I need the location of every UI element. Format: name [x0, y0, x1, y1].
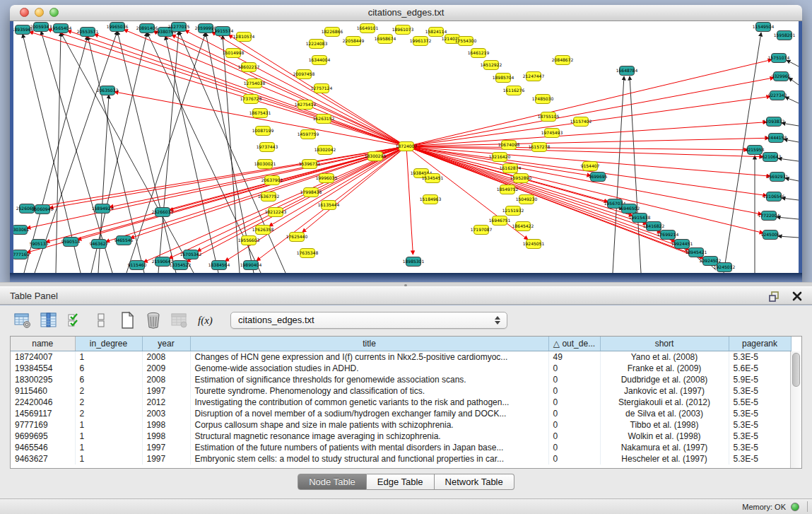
table-row[interactable]: 946554611997Estimation of the future num…	[11, 442, 791, 453]
graph-edge[interactable]	[787, 60, 799, 66]
table-scrollbar[interactable]	[790, 351, 801, 468]
table-cell[interactable]: 1997	[142, 442, 190, 453]
table-cell[interactable]: 0	[548, 374, 600, 385]
graph-node[interactable]: 21277015	[168, 23, 190, 32]
table-settings-button[interactable]	[13, 310, 33, 331]
graph-node[interactable]: 16705342	[180, 250, 202, 259]
graph-node[interactable]: 15952890	[510, 174, 532, 183]
table-cell[interactable]: 49	[548, 351, 600, 363]
table-cell[interactable]: 9463627	[11, 453, 75, 465]
graph-node[interactable]: 18300295	[365, 152, 387, 161]
graph-node[interactable]: 18985704	[493, 74, 514, 83]
table-cell[interactable]: 2008	[142, 374, 190, 385]
graph-node[interactable]: 19915438	[629, 214, 651, 223]
graph-node[interactable]: 16116276	[503, 86, 525, 95]
graph-node[interactable]: 12810574	[233, 33, 255, 42]
table-cell[interactable]: Yano et al. (2008)	[600, 351, 729, 363]
graph-node[interactable]: 19996035	[316, 174, 338, 183]
graph-node[interactable]: 19915574	[212, 27, 234, 36]
table-cell[interactable]: Structural magnetic resonance image aver…	[190, 431, 548, 442]
table-row[interactable]: 1830029562008Estimation of significance …	[11, 374, 791, 385]
graph-node[interactable]: 5905133	[30, 240, 49, 249]
minimize-window-button[interactable]	[35, 8, 44, 17]
close-panel-button[interactable]	[791, 290, 804, 303]
table-cell[interactable]: 1997	[142, 385, 190, 397]
table-cell[interactable]: 0	[548, 363, 600, 374]
table-cell[interactable]: Investigating the contribution of common…	[190, 397, 548, 408]
table-cell[interactable]: 0	[548, 453, 600, 465]
graph-node[interactable]: 19924451	[671, 240, 693, 249]
graph-node[interactable]: 9463627	[90, 240, 109, 249]
graph-node[interactable]: 11549504	[753, 23, 775, 32]
graph-edge[interactable]	[67, 30, 406, 146]
graph-node[interactable]: 18549752	[497, 185, 519, 194]
show-columns-button[interactable]	[39, 310, 59, 331]
table-cell[interactable]: 2012	[142, 397, 190, 408]
table-cell[interactable]: Disruption of a novel member of a sodium…	[190, 408, 548, 419]
column-header-short[interactable]: short	[600, 337, 729, 351]
table-scrollbar-thumb[interactable]	[792, 353, 800, 387]
graph-node[interactable]: 18226866	[322, 28, 343, 37]
table-cell[interactable]: 0	[548, 385, 600, 397]
table-cell[interactable]: 1997	[142, 453, 190, 465]
graph-edge[interactable]	[406, 146, 690, 250]
graph-edge[interactable]	[153, 31, 406, 146]
graph-node[interactable]: 19245012	[714, 263, 736, 272]
tab-node-table[interactable]: Node Table	[298, 474, 367, 490]
graph-node[interactable]: 20848672	[552, 56, 574, 65]
graph-node[interactable]: 20059347	[30, 23, 52, 32]
table-cell[interactable]: 0	[548, 397, 600, 408]
graph-node[interactable]: 12757124	[311, 84, 333, 93]
graph-node[interactable]: 15894924	[92, 204, 114, 214]
graph-edge[interactable]	[406, 146, 661, 233]
table-cell[interactable]: 0	[548, 442, 600, 453]
graph-node[interactable]: 16210643	[760, 153, 782, 162]
table-cell[interactable]: 9699695	[11, 431, 75, 442]
graph-edge[interactable]	[789, 78, 799, 85]
graph-node[interactable]: 15824114	[425, 28, 447, 37]
table-cell[interactable]: 9465546	[11, 442, 75, 453]
table-cell[interactable]: 0	[548, 431, 600, 442]
graph-edge[interactable]	[406, 146, 763, 233]
graph-node[interactable]: 18416822	[643, 222, 665, 231]
table-row[interactable]: 977716911998Corpus callosum shape and si…	[11, 419, 791, 431]
table-cell[interactable]: 6	[75, 363, 142, 374]
graph-node[interactable]: 18755105	[538, 112, 560, 122]
graph-node[interactable]: 12151932	[502, 206, 524, 216]
graph-node[interactable]: 9245006	[761, 230, 780, 240]
graph-node[interactable]: 18602217	[238, 63, 260, 72]
table-cell[interactable]: 1	[75, 419, 142, 431]
table-cell[interactable]: 2	[75, 397, 142, 408]
table-cell[interactable]: 9777169	[11, 419, 75, 431]
graph-node[interactable]: 17626358	[252, 226, 274, 235]
graph-node[interactable]: 19245051	[523, 240, 545, 249]
graph-node[interactable]: 17197087	[471, 226, 493, 235]
graph-node[interactable]: 15751074	[768, 54, 790, 63]
tab-edge-table[interactable]: Edge Table	[367, 474, 435, 490]
table-cell[interactable]: 1	[75, 431, 142, 442]
table-row[interactable]: 911546021997Tourette syndrome. Phenomeno…	[11, 385, 791, 397]
graph-edge[interactable]	[406, 138, 769, 146]
select-all-columns-button[interactable]	[65, 310, 85, 331]
graph-node[interactable]: 21247447	[523, 72, 545, 81]
graph-node[interactable]: 8215958	[746, 146, 765, 155]
table-cell[interactable]: Stergiakouli et al. (2012)	[600, 397, 729, 408]
graph-edge[interactable]	[35, 31, 117, 273]
table-cell[interactable]: 18300295	[11, 374, 75, 385]
delete-column-button[interactable]	[143, 310, 163, 331]
graph-edge[interactable]	[406, 146, 676, 242]
graph-edge[interactable]	[30, 32, 406, 146]
graph-edge[interactable]	[24, 36, 88, 273]
table-cell[interactable]: 2	[75, 385, 142, 397]
graph-node[interactable]: 20635033	[97, 86, 119, 95]
table-cell[interactable]: 19384554	[11, 363, 75, 374]
table-cell[interactable]: 0	[548, 419, 600, 431]
graph-node[interactable]: 15958201	[774, 31, 796, 40]
column-header-name[interactable]: name	[11, 337, 75, 351]
new-column-button[interactable]	[117, 310, 137, 331]
table-cell[interactable]: 2009	[142, 363, 190, 374]
graph-edge[interactable]	[172, 35, 406, 146]
graph-node[interactable]: 18212243	[265, 208, 287, 217]
graph-node[interactable]: 9777169	[13, 250, 30, 259]
graph-node[interactable]: 16135444	[318, 201, 340, 210]
